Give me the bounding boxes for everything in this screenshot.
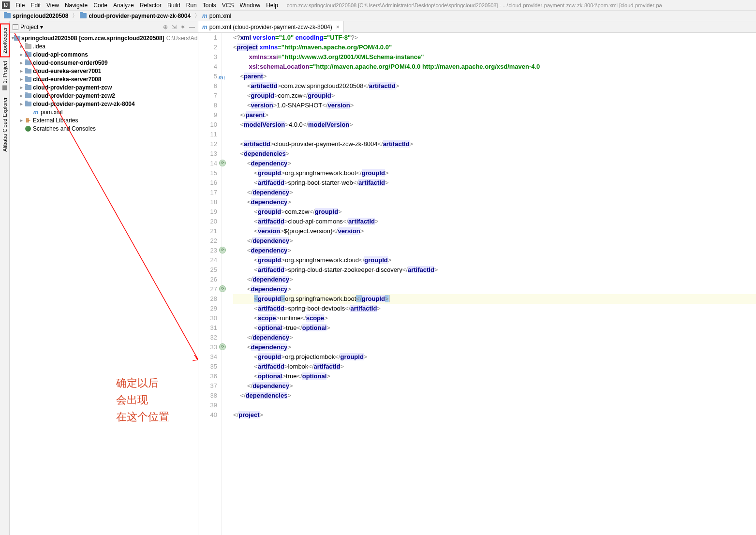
project-pane: Project ▾ ⊕ ⇲ ✶ — ▾ springcloud2020508 [… <box>10 21 198 535</box>
menubar: IJ File Edit View Navigate Code Analyze … <box>0 0 756 11</box>
folder-icon <box>80 13 87 18</box>
tool-tab-alibaba[interactable]: Alibaba Cloud Explorer <box>1 94 9 155</box>
project-header: Project ▾ ⊕ ⇲ ✶ — <box>10 21 198 33</box>
folder-icon <box>25 52 31 57</box>
maven-icon: m <box>202 13 208 19</box>
folder-icon <box>25 44 31 49</box>
maven-icon: m <box>33 109 39 116</box>
tree-item[interactable]: ▸cloud-eureka-server7001 <box>10 67 198 75</box>
code-content[interactable]: <?xml version="1.0" encoding="UTF-8"?><p… <box>222 33 756 535</box>
tree-item[interactable]: ▸⊪External Libraries <box>10 116 198 124</box>
project-tab-icon <box>2 86 7 90</box>
tree-item[interactable]: ▸cloud-eureka-server7008 <box>10 75 198 83</box>
project-view-icon <box>13 24 18 30</box>
menu-file[interactable]: File <box>13 1 28 10</box>
editor-area: m pom.xml (cloud-provider-payment-zcw-zk… <box>198 21 756 535</box>
folder-icon <box>25 77 31 82</box>
project-tree[interactable]: ▾ springcloud2020508 [com.zcw.springclou… <box>10 33 198 535</box>
menu-view[interactable]: View <box>44 1 62 10</box>
folder-icon <box>4 13 11 18</box>
breadcrumb-item[interactable]: m pom.xml <box>202 13 231 19</box>
tree-item[interactable]: ▸cloud-consumer-order0509 <box>10 59 198 67</box>
folder-icon <box>25 69 31 74</box>
close-tab-icon[interactable]: × <box>336 24 340 30</box>
menu-code[interactable]: Code <box>90 1 110 10</box>
breadcrumb-item[interactable]: springcloud2020508 <box>4 13 68 19</box>
menu-refactor[interactable]: Refactor <box>137 1 164 10</box>
menu-analyze[interactable]: Analyze <box>110 1 137 10</box>
breadcrumb-sep-icon: 〉 <box>194 12 200 20</box>
menu-navigate[interactable]: Navigate <box>62 1 90 10</box>
menu-vcs[interactable]: VCS <box>219 1 237 10</box>
project-view-dropdown[interactable]: Project ▾ <box>20 24 43 30</box>
code-editor[interactable]: 12345m↑67891011121314⟳151617181920212223… <box>198 33 756 535</box>
tree-item[interactable]: ▸cloud-api-commons <box>10 50 198 59</box>
tree-item[interactable]: ▸cloud-provider-payment-zcw <box>10 83 198 91</box>
folder-icon <box>14 36 20 41</box>
hide-icon[interactable]: — <box>189 24 195 30</box>
tree-item[interactable]: ▸cloud-provider-payment-zcw2 <box>10 91 198 100</box>
menu-help[interactable]: Help <box>263 1 281 10</box>
folder-icon <box>25 102 31 106</box>
tree-root[interactable]: ▾ springcloud2020508 [com.zcw.springclou… <box>10 34 198 42</box>
window-title: com.zcw.springcloud2020508 [C:\Users\Adm… <box>287 2 662 8</box>
app-logo-icon: IJ <box>2 1 10 9</box>
tree-item[interactable]: mpom.xml <box>10 108 198 116</box>
tool-tab-project[interactable]: 1: Project <box>1 58 9 93</box>
scratch-icon <box>25 126 31 132</box>
locate-icon[interactable]: ⊕ <box>163 24 168 30</box>
folder-icon <box>25 85 31 90</box>
menu-build[interactable]: Build <box>164 1 183 10</box>
tree-item[interactable]: ▸cloud-provider-payment-zcw-zk-8004 <box>10 100 198 108</box>
maven-icon: m <box>202 24 208 30</box>
left-tool-strip: ZooKeeper 1: Project Alibaba Cloud Explo… <box>0 21 10 535</box>
editor-tab-bar: m pom.xml (cloud-provider-payment-zcw-zk… <box>198 21 756 33</box>
breadcrumb-item[interactable]: cloud-provider-payment-zcw-zk-8004 <box>80 13 191 19</box>
tree-item[interactable]: ▸.idea <box>10 42 198 50</box>
editor-tab[interactable]: m pom.xml (cloud-provider-payment-zcw-zk… <box>198 21 344 32</box>
menu-tools[interactable]: Tools <box>200 1 219 10</box>
menu-run[interactable]: Run <box>183 1 200 10</box>
breadcrumb-bar: springcloud2020508 〉 cloud-provider-paym… <box>0 11 756 21</box>
folder-icon <box>25 93 31 98</box>
folder-icon <box>25 60 31 65</box>
gear-icon[interactable]: ✶ <box>180 24 185 30</box>
gutter: 12345m↑67891011121314⟳151617181920212223… <box>198 33 222 535</box>
library-icon: ⊪ <box>26 117 30 124</box>
expand-icon[interactable]: ⇲ <box>172 24 177 30</box>
tree-item[interactable]: Scratches and Consoles <box>10 124 198 133</box>
tool-tab-zookeeper[interactable]: ZooKeeper <box>0 23 10 57</box>
menu-edit[interactable]: Edit <box>28 1 44 10</box>
menu-window[interactable]: Window <box>237 1 263 10</box>
breadcrumb-sep-icon: 〉 <box>72 12 78 20</box>
